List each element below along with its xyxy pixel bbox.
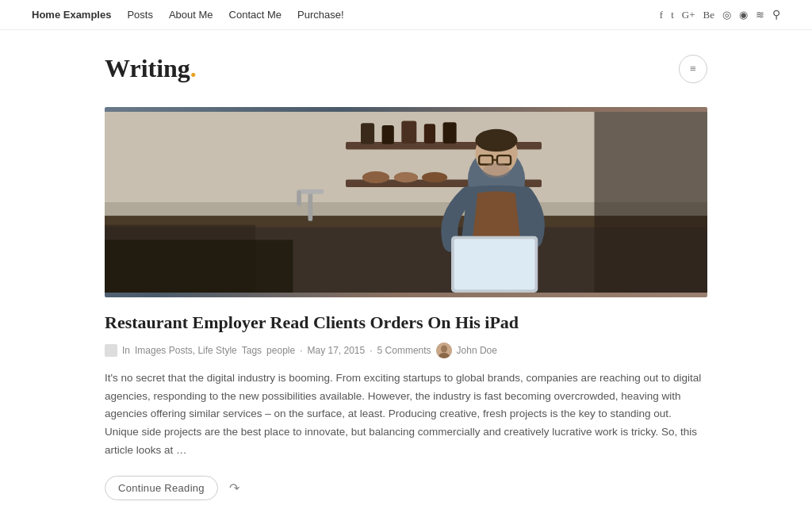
svg-point-9 xyxy=(362,171,389,183)
svg-rect-8 xyxy=(443,122,457,144)
tags-label: Tags xyxy=(242,345,262,356)
svg-rect-16 xyxy=(297,191,301,206)
svg-point-11 xyxy=(422,172,447,182)
svg-point-19 xyxy=(475,129,517,152)
svg-rect-4 xyxy=(361,123,374,144)
search-icon[interactable]: ⚲ xyxy=(772,8,780,21)
post-image xyxy=(105,107,707,297)
post-tags[interactable]: people xyxy=(266,345,295,356)
post-comments[interactable]: 5 Comments xyxy=(377,345,431,356)
post-actions: Continue Reading ↷ xyxy=(105,476,707,500)
nav-social: f t G+ Be ◎ ◉ ≋ ⚲ xyxy=(660,8,780,21)
instagram-icon[interactable]: ◉ xyxy=(739,9,748,21)
svg-rect-25 xyxy=(454,239,535,290)
in-label: In xyxy=(122,345,130,356)
post-card: Restaurant Employer Read Clients Orders … xyxy=(105,107,707,500)
svg-rect-27 xyxy=(595,112,708,293)
svg-point-10 xyxy=(394,172,418,182)
nav-home[interactable]: Home Examples xyxy=(32,9,111,21)
googleplus-icon[interactable]: G+ xyxy=(682,9,695,21)
site-logo: Writing. xyxy=(105,54,197,83)
rss-icon[interactable]: ≋ xyxy=(756,9,764,21)
twitter-icon[interactable]: t xyxy=(671,9,674,21)
nav-links: Home Examples Posts About Me Contact Me … xyxy=(32,9,344,21)
behance-icon[interactable]: Be xyxy=(703,9,714,21)
nav-posts[interactable]: Posts xyxy=(127,9,153,21)
nav-bar: Home Examples Posts About Me Contact Me … xyxy=(0,0,812,30)
meta-separator-1: · xyxy=(300,345,302,356)
svg-rect-7 xyxy=(424,124,435,144)
svg-rect-6 xyxy=(401,121,416,144)
post-excerpt: It's no secret that the digital industry… xyxy=(105,369,707,461)
nav-purchase[interactable]: Purchase! xyxy=(297,9,344,21)
facebook-icon[interactable]: f xyxy=(660,9,663,21)
post-categories[interactable]: Images Posts, Life Style xyxy=(135,345,237,356)
post-meta: In Images Posts, Life Style Tags people … xyxy=(105,343,707,358)
menu-button[interactable]: ≡ xyxy=(679,55,707,83)
logo-text: Writing xyxy=(105,54,190,82)
post-title: Restaurant Employer Read Clients Orders … xyxy=(105,312,707,335)
logo-dot: . xyxy=(190,54,197,82)
post-type-icon xyxy=(105,344,117,357)
continue-reading-button[interactable]: Continue Reading xyxy=(105,476,218,500)
svg-rect-29 xyxy=(105,240,293,293)
main-content: Writing. ≡ xyxy=(89,30,723,513)
svg-point-26 xyxy=(483,163,510,178)
nav-contact[interactable]: Contact Me xyxy=(229,9,282,21)
post-date: May 17, 2015 xyxy=(308,345,366,356)
dribbble-icon[interactable]: ◎ xyxy=(722,9,731,21)
logo-area: Writing. ≡ xyxy=(105,54,707,83)
post-author[interactable]: John Doe xyxy=(457,345,497,356)
author-avatar xyxy=(436,343,452,358)
share-icon[interactable]: ↷ xyxy=(229,480,239,496)
svg-rect-5 xyxy=(382,125,394,144)
nav-about[interactable]: About Me xyxy=(169,9,213,21)
svg-point-31 xyxy=(441,345,447,352)
svg-rect-14 xyxy=(308,191,313,221)
meta-separator-2: · xyxy=(370,345,372,356)
